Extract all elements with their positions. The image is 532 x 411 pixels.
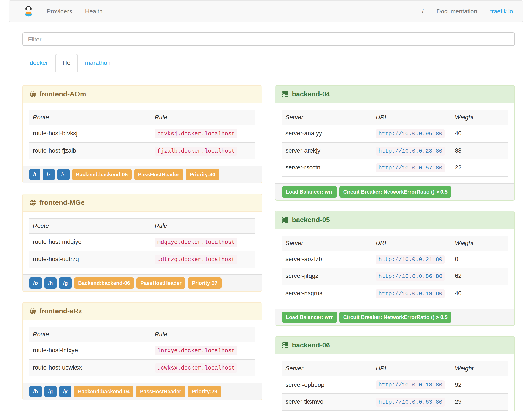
server-name: server-anatyy bbox=[282, 125, 372, 142]
tab-docker[interactable]: docker bbox=[22, 54, 55, 72]
route-name: route-host-mdqiyc bbox=[29, 234, 151, 251]
server-icon bbox=[282, 216, 289, 223]
backend-panel: backend-06 Server URL Weight bbox=[275, 336, 515, 411]
passhostheader-badge: PassHostHeader bbox=[136, 386, 185, 397]
server-url-link[interactable]: http://10.0.0.57:80 bbox=[376, 164, 445, 171]
backend-ref-badge: Backend:backend-05 bbox=[72, 169, 132, 180]
globe-icon bbox=[29, 91, 36, 98]
nav-documentation[interactable]: Documentation bbox=[430, 1, 484, 22]
server-weight: 40 bbox=[451, 125, 508, 142]
table-row: route-host-udtrzq udtrzq.docker.localhos… bbox=[29, 251, 255, 268]
route-name: route-host-fjzalb bbox=[29, 142, 151, 159]
server-url-link[interactable]: http://10.0.0.18:80 bbox=[376, 381, 445, 388]
backends-column: backend-04 Server URL Weight bbox=[275, 85, 515, 411]
server-url-link[interactable]: http://10.0.0.96:80 bbox=[376, 130, 445, 137]
table-header-row: Server URL Weight bbox=[282, 235, 508, 251]
server-name: server-opbuop bbox=[282, 376, 372, 393]
table-row: route-host-ucwksx ucwksx.docker.localhos… bbox=[29, 359, 255, 376]
frontend-panel-footer: /b /g /y Backend:backend-04 PassHostHead… bbox=[23, 383, 262, 400]
server-weight: 0 bbox=[451, 251, 508, 268]
load-balancer-badge: Load Balancer: wrr bbox=[282, 186, 337, 197]
frontend-panel: frontend-AOm Route Rule bbox=[22, 85, 262, 183]
col-header-route: Route bbox=[29, 110, 151, 125]
table-header-row: Route Rule bbox=[29, 110, 255, 125]
frontend-title: frontend-AOm bbox=[39, 90, 86, 98]
route-path-badge: /z bbox=[43, 169, 55, 180]
backend-panel-footer: Load Balancer: wrr Circuit Breaker: Netw… bbox=[276, 309, 514, 326]
frontend-panel-footer: /o /h /g Backend:backend-06 PassHostHead… bbox=[23, 274, 262, 291]
server-url-link[interactable]: http://10.0.0.21:80 bbox=[376, 255, 445, 262]
col-header-weight: Weight bbox=[451, 235, 508, 251]
nav-health[interactable]: Health bbox=[79, 1, 109, 22]
load-balancer-badge: Load Balancer: wrr bbox=[282, 312, 337, 323]
circuit-breaker-badge: Circuit Breaker: NetworkErrorRatio () > … bbox=[339, 312, 451, 323]
server-weight: 62 bbox=[451, 268, 508, 285]
table-header-row: Server URL Weight bbox=[282, 361, 508, 376]
table-header-row: Route Rule bbox=[29, 218, 255, 234]
frontend-panel-body: Route Rule route-host-mdqiyc mdqiyc.dock… bbox=[23, 212, 262, 274]
passhostheader-badge: PassHostHeader bbox=[134, 169, 183, 180]
server-name: server-jifqgz bbox=[282, 268, 372, 285]
route-path-badge: /g bbox=[59, 277, 72, 289]
backend-title: backend-05 bbox=[292, 215, 330, 224]
backend-panel-body: Server URL Weight server-anatyy http://1… bbox=[276, 103, 514, 183]
rule-code: lntxye.docker.localhost bbox=[155, 346, 238, 355]
server-weight: 83 bbox=[451, 142, 508, 159]
table-row: server-rscctn http://10.0.0.57:80 22 bbox=[282, 159, 508, 176]
rule-code: fjzalb.docker.localhost bbox=[155, 146, 238, 155]
frontend-panel: frontend-MGe Route Rule bbox=[22, 194, 262, 292]
col-header-weight: Weight bbox=[451, 110, 508, 125]
table-row: server-jifqgz http://10.0.0.86:80 62 bbox=[282, 268, 508, 285]
rule-code: ucwksx.docker.localhost bbox=[155, 363, 238, 372]
server-name: server-arekjy bbox=[282, 142, 372, 159]
route-name: route-host-ucwksx bbox=[29, 359, 151, 376]
col-header-server: Server bbox=[282, 235, 372, 251]
route-path-badge: /y bbox=[59, 386, 71, 397]
traefik-logo[interactable] bbox=[12, 6, 40, 17]
frontend-panel-body: Route Rule route-host-lntxye lntxye.dock… bbox=[23, 320, 262, 383]
backend-panel-heading: backend-04 bbox=[276, 86, 514, 103]
filter-row bbox=[22, 32, 515, 46]
table-header-row: Route Rule bbox=[29, 327, 255, 342]
table-row: server-anatyy http://10.0.0.96:80 40 bbox=[282, 125, 508, 142]
route-name: route-host-udtrzq bbox=[29, 251, 151, 268]
frontend-title: frontend-MGe bbox=[39, 198, 85, 207]
tab-marathon[interactable]: marathon bbox=[78, 54, 118, 72]
nav-root-slash[interactable]: / bbox=[415, 1, 430, 22]
backend-panel-heading: backend-06 bbox=[276, 337, 514, 355]
backend-panel-footer: Load Balancer: wrr Circuit Breaker: Netw… bbox=[276, 183, 514, 200]
traefik-mascot-icon bbox=[23, 6, 34, 17]
backend-ref-badge: Backend:backend-04 bbox=[74, 386, 134, 397]
server-weight: 29 bbox=[451, 393, 508, 411]
backend-ref-badge: Backend:backend-06 bbox=[74, 277, 134, 289]
server-url-link[interactable]: http://10.0.0.63:80 bbox=[376, 398, 445, 405]
backend-panel: backend-04 Server URL Weight bbox=[275, 85, 515, 200]
server-icon bbox=[282, 91, 289, 98]
backend-panel-body: Server URL Weight server-opbuop http://1… bbox=[276, 355, 514, 411]
rule-code: udtrzq.docker.localhost bbox=[155, 255, 238, 264]
frontends-column: frontend-AOm Route Rule bbox=[22, 85, 262, 411]
route-path-badge: /g bbox=[44, 386, 57, 397]
col-header-weight: Weight bbox=[451, 361, 508, 376]
col-header-route: Route bbox=[29, 218, 151, 234]
server-icon bbox=[282, 342, 289, 349]
navbar: Providers Health / Documentation traefik… bbox=[9, 0, 523, 22]
server-url-link[interactable]: http://10.0.0.19:80 bbox=[376, 290, 445, 296]
provider-tabs: docker file marathon bbox=[22, 54, 515, 72]
col-header-url: URL bbox=[372, 110, 451, 125]
tab-file[interactable]: file bbox=[55, 54, 78, 72]
frontend-panel-footer: /t /z /s Backend:backend-05 PassHostHead… bbox=[23, 166, 262, 183]
nav-providers[interactable]: Providers bbox=[40, 1, 79, 22]
nav-traefik-io[interactable]: traefik.io bbox=[484, 1, 520, 22]
filter-input[interactable] bbox=[22, 32, 515, 46]
table-row: server-tksmvo http://10.0.0.63:80 29 bbox=[282, 393, 508, 411]
server-name: server-nsgrus bbox=[282, 285, 372, 302]
table-row: server-arekjy http://10.0.0.23:80 83 bbox=[282, 142, 508, 159]
server-url-link[interactable]: http://10.0.0.86:80 bbox=[376, 272, 445, 279]
col-header-url: URL bbox=[372, 235, 451, 251]
route-name: route-host-lntxye bbox=[29, 342, 151, 359]
frontend-panel-heading: frontend-AOm bbox=[23, 86, 262, 103]
col-header-server: Server bbox=[282, 110, 372, 125]
server-url-link[interactable]: http://10.0.0.23:80 bbox=[376, 147, 445, 154]
rule-code: btvksj.docker.localhost bbox=[155, 129, 238, 138]
